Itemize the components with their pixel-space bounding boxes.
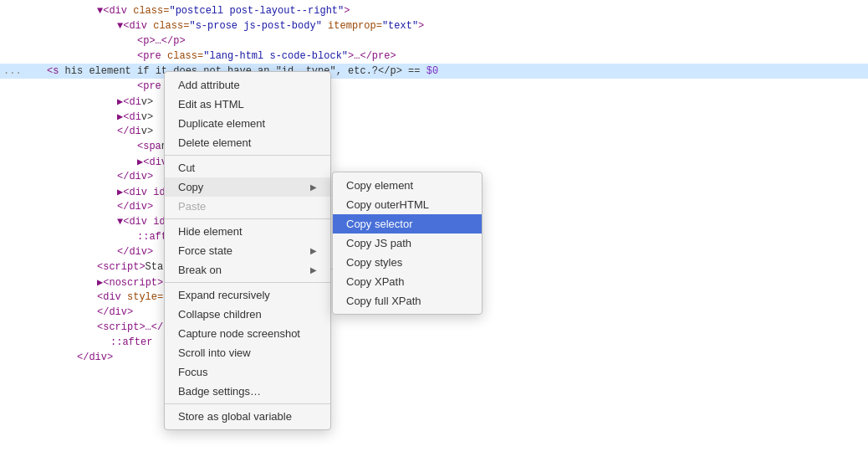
menu-item-label: Paste <box>178 200 206 213</box>
code-content: v> <box>141 111 153 123</box>
context-menu[interactable]: Add attribute Edit as HTML Duplicate ele… <box>164 71 331 430</box>
code-indent: </div> <box>30 126 153 137</box>
menu-separator <box>165 218 330 219</box>
menu-item-force-state[interactable]: Force state ▶ <box>165 241 330 260</box>
code-tag: </div> <box>117 246 153 258</box>
code-attr: class= <box>167 50 203 62</box>
menu-item-label: Copy <box>178 181 203 193</box>
submenu-item-copy-selector[interactable]: Copy selector <box>333 214 482 234</box>
menu-item-badge-settings[interactable]: Badge settings… <box>165 382 330 401</box>
code-val: "postcell post-layout--right" <box>169 5 344 17</box>
code-tag: </di <box>117 126 141 137</box>
menu-separator <box>165 155 330 156</box>
code-tag: </div> <box>77 352 113 363</box>
menu-item-label: Expand recursively <box>178 289 270 301</box>
menu-item-label: Cut <box>178 162 195 174</box>
copy-submenu[interactable]: Copy element Copy outerHTML Copy selecto… <box>332 172 483 315</box>
code-indent: </div> <box>30 171 153 182</box>
code-line-selected: ... <s his element if it does not have a… <box>0 64 868 79</box>
code-val: "lang-html s-code-block" <box>203 50 348 62</box>
submenu-item-copy-js-path[interactable]: Copy JS path <box>333 234 482 253</box>
submenu-item-copy-element[interactable]: Copy element <box>333 176 482 195</box>
submenu-item-copy-outerhtml[interactable]: Copy outerHTML <box>333 195 482 214</box>
ellipsis: ... <box>3 65 23 77</box>
code-tag: <spa <box>137 141 161 152</box>
menu-item-label: Capture node screenshot <box>178 327 300 340</box>
menu-item-hide[interactable]: Hide element <box>165 222 330 241</box>
code-line: ▶<div> <box>0 94 868 109</box>
code-attr2: itemprop= <box>322 20 382 32</box>
code-indent: <pre class="lang-html s-code-block">…</p… <box>30 50 396 62</box>
menu-item-label: Hide element <box>178 225 243 238</box>
code-indent: </div> <box>30 306 133 318</box>
submenu-item-label: Copy outerHTML <box>346 198 429 211</box>
code-tag: </div> <box>117 171 153 182</box>
code-close: > <box>344 5 350 17</box>
submenu-item-copy-styles[interactable]: Copy styles <box>333 253 482 272</box>
code-indent: </div> <box>30 201 153 213</box>
menu-item-label: Duplicate element <box>178 117 265 130</box>
dollar-var: $0 <box>426 65 438 77</box>
menu-item-copy[interactable]: Copy ▶ <box>165 177 330 197</box>
code-tag: <p>…</p> <box>137 35 186 47</box>
submenu-item-label: Copy styles <box>346 256 402 269</box>
code-indent: <p>…</p> <box>30 35 186 47</box>
menu-item-label: Focus <box>178 366 207 378</box>
break-on-arrow-icon: ▶ <box>310 265 317 275</box>
menu-separator <box>165 403 330 404</box>
menu-item-label: Delete element <box>178 136 251 149</box>
code-indent: ::after <box>30 336 152 348</box>
code-indent: ▶<div> <box>30 110 153 123</box>
code-line: ▼<div class="postcell post-layout--right… <box>0 3 868 18</box>
code-tag: <div <box>97 291 127 303</box>
code-indent: ::after <box>30 231 179 243</box>
code-close: > <box>418 20 424 32</box>
code-line: <span>…</span> <box>0 139 868 154</box>
code-indent: ▶<noscript>… <box>30 276 169 289</box>
menu-item-expand[interactable]: Expand recursively <box>165 285 330 305</box>
code-tag: <pre <box>137 80 167 92</box>
code-attr: class= <box>133 5 169 17</box>
menu-separator <box>165 282 330 283</box>
code-tag: <script> <box>97 261 146 273</box>
menu-item-duplicate[interactable]: Duplicate element <box>165 114 330 133</box>
submenu-item-label: Copy JS path <box>346 237 411 249</box>
code-tag: </div> <box>97 306 133 318</box>
code-indent: ▼<div class="postcell post-layout--right… <box>30 5 350 17</box>
menu-item-label: Collapse children <box>178 308 262 321</box>
menu-item-collapse[interactable]: Collapse children <box>165 305 330 324</box>
code-content: v> <box>141 96 153 108</box>
code-line: <script>…</sc…</script> <box>0 320 868 335</box>
menu-item-break-on[interactable]: Break on ▶ <box>165 260 330 280</box>
menu-item-label: Break on <box>178 264 222 276</box>
submenu-item-label: Copy full XPath <box>346 295 421 307</box>
menu-item-store-global[interactable]: Store as global variable <box>165 407 330 426</box>
menu-item-label: Force state <box>178 244 232 257</box>
code-indent: ▼<div class="s-prose js-post-body" itemp… <box>30 20 424 32</box>
menu-item-focus[interactable]: Focus <box>165 362 330 382</box>
devtools-panel: ▼<div class="postcell post-layout--right… <box>0 0 868 462</box>
menu-item-label: Add attribute <box>178 79 240 91</box>
menu-item-scroll[interactable]: Scroll into view <box>165 343 330 362</box>
menu-item-edit-html[interactable]: Edit as HTML <box>165 95 330 114</box>
code-tag: ▼<div <box>97 5 133 17</box>
code-line: ▶<div> <box>0 109 868 124</box>
submenu-item-copy-xpath[interactable]: Copy XPath <box>333 272 482 291</box>
code-val2: "text" <box>382 20 418 32</box>
code-line: <pre class="lang-html s-code-block">…</p… <box>0 49 868 64</box>
code-indent: </div> <box>30 352 113 363</box>
code-tag: ▶<noscript>… <box>97 277 169 289</box>
menu-item-capture[interactable]: Capture node screenshot <box>165 324 330 343</box>
code-tag: <s <box>47 65 59 77</box>
code-line: </div> <box>0 124 868 139</box>
submenu-item-copy-full-xpath[interactable]: Copy full XPath <box>333 291 482 311</box>
code-tag: ▶<di <box>117 111 141 123</box>
menu-item-cut[interactable]: Cut <box>165 158 330 177</box>
code-tag: ▼<div <box>117 20 153 32</box>
pseudo: ::after <box>110 336 152 348</box>
menu-item-label: Badge settings… <box>178 385 261 398</box>
menu-item-add-attribute[interactable]: Add attribute <box>165 75 330 95</box>
menu-item-delete[interactable]: Delete element <box>165 133 330 152</box>
menu-item-label: Store as global variable <box>178 410 292 423</box>
submenu-item-label: Copy selector <box>346 218 412 230</box>
